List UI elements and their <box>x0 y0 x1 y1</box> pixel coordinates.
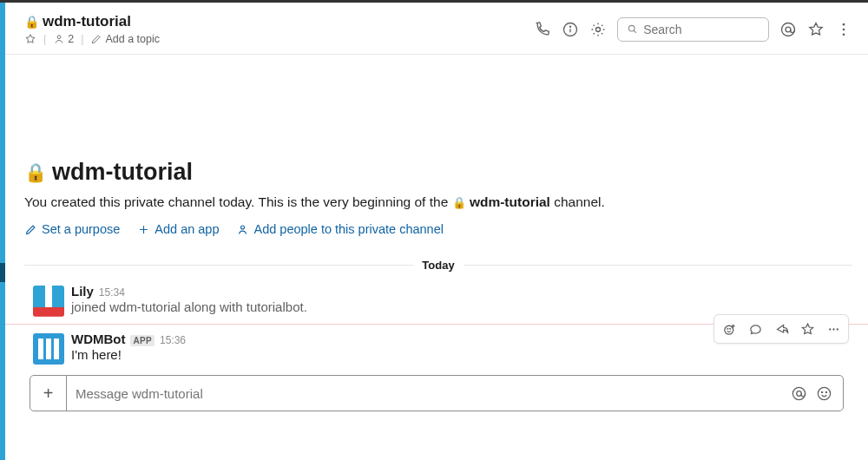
divider-line <box>24 265 413 266</box>
intro-title: 🔒 wdm-tutorial <box>24 159 849 186</box>
message-body: Lily 15:34 joined wdm-tutorial along wit… <box>71 284 852 317</box>
message-time: 15:34 <box>99 286 125 299</box>
search-box[interactable] <box>617 17 769 42</box>
intro-desc-suffix: channel. <box>550 194 605 209</box>
mention-icon[interactable] <box>779 21 797 38</box>
set-purpose-label: Set a purpose <box>42 222 120 236</box>
channel-name: wdm-tutorial <box>43 13 131 30</box>
svg-point-17 <box>792 387 805 399</box>
add-reaction-button[interactable] <box>716 317 742 341</box>
set-purpose-button[interactable]: Set a purpose <box>24 222 120 236</box>
message-text: joined wdm-tutorial along with tutorialb… <box>71 299 852 314</box>
svg-point-14 <box>829 328 831 330</box>
svg-point-0 <box>57 36 61 39</box>
intro-description: You created this private channel today. … <box>24 194 849 210</box>
star-message-button[interactable] <box>794 317 820 341</box>
svg-point-11 <box>724 325 733 334</box>
pencil-icon <box>90 33 102 45</box>
person-icon <box>236 223 249 236</box>
svg-point-8 <box>843 28 845 30</box>
intro-links: Set a purpose Add an app Add people to t… <box>24 222 849 236</box>
intro-desc-prefix: You created this private channel today. … <box>24 194 452 209</box>
svg-point-5 <box>782 23 795 36</box>
message-text: I'm here! <box>71 347 852 362</box>
svg-point-18 <box>797 391 802 396</box>
svg-point-6 <box>786 27 791 32</box>
more-icon[interactable] <box>835 21 852 38</box>
add-topic-button[interactable]: Add a topic <box>90 33 160 45</box>
info-icon[interactable] <box>562 21 579 38</box>
pencil-icon <box>24 223 37 236</box>
add-people-button[interactable]: Add people to this private channel <box>236 222 443 236</box>
intro-desc-channel: wdm-tutorial <box>470 194 550 209</box>
phone-icon[interactable] <box>534 21 551 38</box>
svg-point-13 <box>729 328 730 329</box>
avatar[interactable] <box>33 333 64 365</box>
svg-point-21 <box>825 391 826 392</box>
member-count-button[interactable]: 2 <box>53 33 74 45</box>
svg-point-19 <box>818 387 830 399</box>
svg-point-10 <box>241 226 245 229</box>
date-divider: Today <box>24 259 852 272</box>
add-app-label: Add an app <box>155 222 219 236</box>
emoji-icon[interactable] <box>816 385 832 402</box>
thread-button[interactable] <box>742 317 768 341</box>
search-icon <box>627 23 638 36</box>
lock-icon: 🔒 <box>24 162 47 183</box>
search-input[interactable] <box>643 23 760 36</box>
header-actions <box>534 17 852 42</box>
add-reaction-icon <box>722 322 737 337</box>
channel-title-block: 🔒 wdm-tutorial | 2 | Add a topic <box>24 13 534 45</box>
channel-intro: 🔒 wdm-tutorial You created this private … <box>5 55 868 248</box>
svg-point-4 <box>628 25 635 31</box>
channel-meta: | 2 | Add a topic <box>24 33 534 45</box>
share-icon <box>774 322 789 337</box>
message-hover-actions <box>713 314 849 344</box>
lock-icon: 🔒 <box>452 196 466 209</box>
more-actions-button[interactable] <box>820 317 846 341</box>
svg-point-9 <box>843 33 845 36</box>
main-pane: 🔒 wdm-tutorial | 2 | Add a topic <box>5 3 868 460</box>
add-people-label: Add people to this private channel <box>253 222 443 236</box>
more-icon <box>826 322 841 337</box>
composer-attach-button[interactable]: + <box>30 376 67 411</box>
add-app-button[interactable]: Add an app <box>137 222 219 236</box>
composer-input[interactable] <box>67 386 791 401</box>
member-count: 2 <box>68 33 74 45</box>
star-channel-button[interactable] <box>24 33 36 45</box>
divider-line <box>464 265 852 266</box>
message-user[interactable]: Lily <box>71 284 94 299</box>
share-button[interactable] <box>768 317 794 341</box>
star-icon[interactable] <box>807 21 825 38</box>
lock-icon: 🔒 <box>24 15 39 29</box>
channel-title[interactable]: 🔒 wdm-tutorial <box>24 13 534 30</box>
svg-point-7 <box>843 23 845 25</box>
composer-right-icons <box>791 385 843 402</box>
gear-icon[interactable] <box>589 21 607 38</box>
message-composer: + <box>30 375 844 411</box>
thread-icon <box>748 322 763 337</box>
plus-icon <box>137 223 150 236</box>
channel-header: 🔒 wdm-tutorial | 2 | Add a topic <box>5 3 868 55</box>
app-badge: APP <box>130 335 154 346</box>
divider-label: Today <box>413 259 463 272</box>
meta-separator: | <box>81 33 83 45</box>
avatar[interactable] <box>33 286 64 317</box>
svg-point-12 <box>727 328 727 329</box>
message-user[interactable]: WDMBot <box>71 332 125 346</box>
intro-title-text: wdm-tutorial <box>52 159 193 186</box>
message-row[interactable]: WDMBot APP 15:36 I'm here! <box>5 328 868 368</box>
body-area: 🔒 wdm-tutorial You created this private … <box>5 55 868 460</box>
svg-point-15 <box>832 328 834 330</box>
mention-icon[interactable] <box>791 385 807 402</box>
svg-point-3 <box>596 27 601 31</box>
message-highlight-wrap: WDMBot APP 15:36 I'm here! <box>5 324 868 368</box>
svg-point-2 <box>570 26 571 27</box>
message-list: Lily 15:34 joined wdm-tutorial along wit… <box>5 272 868 368</box>
message-time: 15:36 <box>160 334 186 346</box>
star-icon <box>24 33 36 45</box>
star-icon <box>800 322 815 337</box>
meta-separator: | <box>43 33 46 45</box>
person-icon <box>53 33 65 45</box>
svg-point-20 <box>822 391 823 392</box>
